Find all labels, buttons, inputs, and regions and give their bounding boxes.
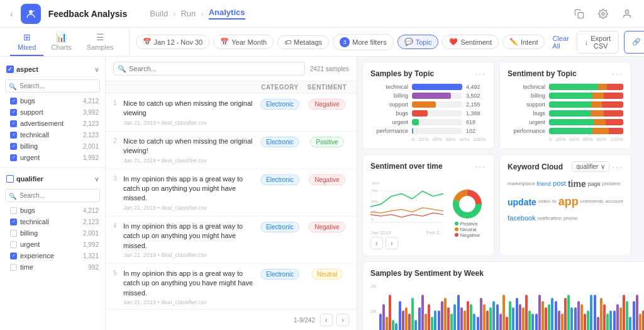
billing-checkbox[interactable]: ✓	[10, 143, 17, 150]
stacked-label: performance	[508, 128, 545, 134]
prev-page-button[interactable]: ‹	[320, 314, 333, 326]
kw-notification[interactable]: notification	[538, 215, 562, 223]
q-urgent-checkbox[interactable]	[10, 241, 17, 248]
sentiment-by-topic-menu[interactable]: ···	[612, 69, 623, 79]
nav-analytics[interactable]: Analytics	[209, 8, 245, 20]
aspect-checkbox[interactable]: ✓	[6, 65, 14, 73]
tag-icon: 🏷	[284, 38, 291, 46]
technicall-checkbox[interactable]: ✓	[10, 132, 17, 139]
q-time-checkbox[interactable]	[10, 264, 17, 271]
q-bugs-checkbox[interactable]	[10, 207, 17, 214]
time-next-button[interactable]: ›	[386, 237, 398, 249]
kw-update[interactable]: update	[508, 195, 536, 209]
topic-bar-track	[412, 93, 462, 99]
sidebar-item-billing[interactable]: ✓ billing 2,001	[0, 140, 105, 152]
next-page-button[interactable]: ›	[336, 314, 349, 326]
qualifier-collapse-icon[interactable]: ∨	[94, 176, 99, 183]
stacked-track	[549, 93, 623, 99]
keyword-menu[interactable]: ···	[612, 162, 623, 172]
sidebar-item-technicall[interactable]: ✓ technicall 2,123	[0, 129, 105, 140]
sidebar-item-support[interactable]: ✓ support 3,992	[0, 106, 105, 118]
sidebar-item-urgent[interactable]: ✓ urgent 1,992	[0, 152, 105, 163]
stacked-bar-row: technical	[508, 84, 623, 90]
stacked-segment	[549, 110, 591, 117]
topic-label: urgent	[370, 119, 408, 125]
aspect-collapse-icon[interactable]: ∨	[94, 66, 99, 73]
qualifier-checkbox[interactable]	[6, 175, 14, 183]
sidebar-item-q-billing[interactable]: billing 2,001	[0, 227, 105, 239]
kw-to[interactable]: to	[552, 198, 557, 206]
clear-all-button[interactable]: Clear All	[548, 32, 572, 52]
topic-filter[interactable]: 💬 Topic	[397, 35, 439, 49]
week-bar	[438, 310, 440, 330]
stacked-segment	[598, 84, 607, 90]
svg-text:25%: 25%	[372, 210, 379, 213]
qualifier-dropdown[interactable]: qualifier ∨	[572, 161, 609, 172]
week-bar	[584, 314, 586, 330]
sentiment-label: Sentiment	[460, 38, 492, 46]
share-button[interactable]: 🔗 Share	[624, 31, 644, 54]
sentiment-by-topic-header: Sentiment by Topic ···	[508, 69, 623, 79]
qualifier-group-header[interactable]: qualifier ∨	[0, 171, 105, 186]
bugs-checkbox[interactable]: ✓	[10, 98, 17, 105]
aspect-search-input[interactable]	[5, 79, 100, 93]
topic-label: billing	[370, 93, 408, 99]
tab-mixed[interactable]: ⊞ Mixed	[10, 28, 43, 56]
tab-charts[interactable]: 📊 Charts	[43, 28, 79, 56]
advertisement-checkbox[interactable]: ✓	[10, 120, 17, 127]
kw-time[interactable]: time	[568, 177, 586, 191]
copy-icon[interactable]	[572, 7, 586, 21]
week-group	[496, 295, 514, 330]
mixed-icon: ⊞	[23, 32, 31, 42]
samples-by-topic-menu[interactable]: ···	[475, 69, 486, 79]
sentiment-over-time-menu[interactable]: ···	[475, 161, 486, 171]
tab-samples[interactable]: ☰ Samples	[79, 28, 121, 56]
aspect-group-header[interactable]: ✓ aspect ∨	[0, 62, 105, 77]
qualifier-search-input[interactable]	[5, 189, 100, 202]
year-month-filter[interactable]: 📅 Year Month	[213, 35, 274, 49]
kw-video[interactable]: video	[538, 198, 550, 206]
kw-account[interactable]: account	[606, 198, 623, 206]
q-technicall-checkbox[interactable]: ✓	[10, 219, 17, 225]
kw-page[interactable]: page	[588, 179, 601, 188]
sidebar-item-q-urgent[interactable]: urgent 1,992	[0, 239, 105, 250]
sidebar-item-q-technicall[interactable]: ✓ technicall 2,123	[0, 216, 105, 227]
sidebar-item-bugs[interactable]: ✓ bugs 4,212	[0, 95, 105, 106]
kw-marketplace[interactable]: marketplace	[508, 180, 535, 188]
kw-app[interactable]: app	[558, 193, 579, 211]
nav-build[interactable]: Build	[150, 9, 168, 18]
export-csv-button[interactable]: ↓ Export CSV	[577, 31, 619, 54]
week-bar	[506, 317, 508, 330]
kw-comments[interactable]: comments	[580, 198, 604, 206]
q-billing-checkbox[interactable]	[10, 230, 17, 237]
q-experience-checkbox[interactable]: ✓	[10, 253, 17, 259]
stacked-bar-row: bugs	[508, 110, 623, 117]
intent-filter[interactable]: ✏️ Intent	[502, 35, 545, 49]
kw-post[interactable]: post	[553, 178, 566, 190]
week-bar	[597, 317, 599, 330]
back-button[interactable]: ‹	[10, 9, 13, 19]
metatags-filter[interactable]: 🏷 Metatags	[277, 35, 329, 49]
kw-phone[interactable]: phone	[564, 215, 577, 223]
sidebar-item-advertisement[interactable]: ✓ advertisement 2,123	[0, 118, 105, 129]
sidebar-item-q-time[interactable]: time 992	[0, 261, 105, 273]
support-checkbox[interactable]: ✓	[10, 109, 17, 116]
kw-problem[interactable]: problem	[602, 180, 621, 188]
svg-rect-2	[578, 13, 584, 18]
time-prev-button[interactable]: ‹	[370, 237, 383, 249]
kw-facebook[interactable]: facebook	[508, 213, 536, 224]
urgent-checkbox[interactable]: ✓	[10, 154, 17, 161]
week-bar	[496, 304, 499, 330]
svg-text:100%: 100%	[372, 182, 380, 185]
sidebar-item-q-experience[interactable]: ✓ experience 1,321	[0, 250, 105, 261]
user-icon[interactable]	[620, 7, 634, 21]
nav-run[interactable]: Run	[180, 9, 196, 18]
samples-search-input[interactable]	[113, 62, 305, 76]
kw-friend[interactable]: friend	[537, 179, 552, 188]
sidebar-item-q-bugs[interactable]: bugs 4,212	[0, 205, 105, 216]
stacked-segment	[591, 101, 602, 108]
sentiment-filter[interactable]: ❤️ Sentiment	[442, 35, 499, 49]
settings-icon[interactable]	[596, 7, 610, 21]
more-filters[interactable]: 3 More filters	[333, 34, 393, 50]
date-filter[interactable]: 📅 Jan 12 - Nov 30	[136, 35, 210, 49]
